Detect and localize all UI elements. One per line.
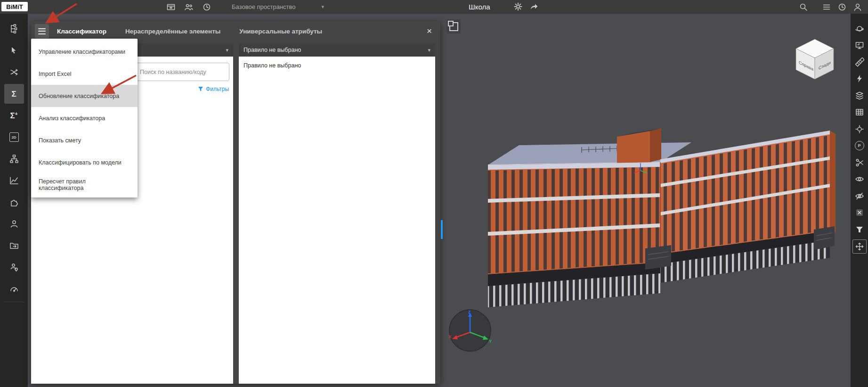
- frame-inner: [448, 21, 454, 26]
- dashboard-icon[interactable]: [4, 279, 24, 299]
- plugins-icon[interactable]: [4, 192, 24, 212]
- grid-icon[interactable]: [853, 106, 866, 119]
- axis-z-label: Z: [468, 310, 471, 314]
- close-icon[interactable]: ×: [427, 25, 432, 37]
- move-icon[interactable]: [852, 239, 867, 254]
- tab-unassigned-elements[interactable]: Нераспределённые элементы: [125, 28, 220, 35]
- search-icon[interactable]: [798, 2, 808, 12]
- drawings-2d-icon[interactable]: 2D: [4, 127, 24, 147]
- classifier-icon[interactable]: Σ: [4, 84, 24, 104]
- chevron-down-icon: ▾: [428, 47, 430, 53]
- archive-icon[interactable]: [166, 2, 176, 12]
- workspace-value: Базовое пространство: [232, 3, 296, 10]
- history-clock-icon[interactable]: [837, 2, 847, 12]
- panel-tabs: Классификатор Нераспределённые элементы …: [57, 21, 322, 41]
- rule-column: Правило не выбрано ▾ Правило не выбрано: [239, 43, 435, 384]
- plan-icon[interactable]: P: [853, 139, 866, 152]
- top-bar: BiMiT Базовое пространство ▾ Школа: [0, 0, 868, 14]
- navigation-gizmo[interactable]: Z X Y: [447, 308, 493, 353]
- left-toolbar: Σ Σ+ 2D: [0, 14, 28, 387]
- classifier-actions-menu: Управление классификаторами Import Excel…: [31, 39, 138, 198]
- gear-icon[interactable]: [513, 2, 523, 13]
- orbit-icon[interactable]: [853, 22, 866, 35]
- rule-selector[interactable]: Правило не выбрано ▾: [239, 43, 435, 57]
- workspace-selector[interactable]: Базовое пространство ▾: [232, 0, 324, 14]
- chevron-down-icon: ▾: [226, 47, 228, 53]
- chevron-down-icon: ▾: [322, 4, 324, 10]
- time-sync-icon[interactable]: [202, 2, 211, 12]
- frame-selection-icon[interactable]: [446, 19, 461, 33]
- axis-y-label: Y: [489, 339, 492, 344]
- frame-outer: [449, 22, 458, 31]
- tab-classifier[interactable]: Классификатор: [57, 28, 106, 35]
- fit-view-icon[interactable]: [853, 39, 866, 52]
- relations-icon[interactable]: [4, 62, 24, 82]
- project-title: Школа: [469, 0, 490, 14]
- menu-item-show-estimate[interactable]: Показать смету: [31, 129, 138, 151]
- toolbar-separator: [4, 302, 24, 302]
- filter-icon: [198, 86, 203, 92]
- building-model[interactable]: [485, 124, 838, 314]
- panel-menu-button[interactable]: [35, 24, 49, 38]
- search-input[interactable]: [134, 63, 229, 81]
- rule-empty-text: Правило не выбрано: [243, 62, 301, 69]
- right-toolbar: P: [851, 14, 868, 387]
- filters-label: Фильтры: [206, 86, 229, 92]
- filter-elements-icon[interactable]: [853, 223, 866, 236]
- measure-icon[interactable]: [853, 56, 866, 69]
- team-icon[interactable]: [184, 2, 194, 12]
- focus-icon[interactable]: [853, 123, 866, 136]
- user-icon[interactable]: [852, 2, 862, 12]
- layers-icon[interactable]: [853, 89, 866, 102]
- axis-x-label: X: [448, 334, 451, 339]
- filters-link[interactable]: Фильтры: [198, 86, 229, 92]
- show-icon[interactable]: [853, 173, 866, 186]
- analytics-icon[interactable]: [4, 171, 24, 190]
- menu-item-update-classifier[interactable]: Обновление классификатора: [31, 85, 138, 107]
- panel-header: Классификатор Нераспределённые элементы …: [31, 21, 440, 41]
- users-icon[interactable]: [4, 214, 24, 234]
- cut-icon[interactable]: [853, 156, 866, 169]
- menu-item-classify-by-model[interactable]: Классифицировать по модели: [31, 151, 138, 173]
- model-tree-icon[interactable]: [4, 19, 24, 39]
- app-logo[interactable]: BiMiT: [1, 2, 28, 11]
- user-location-icon[interactable]: [4, 257, 24, 277]
- menu-item-recalc-rules[interactable]: Пересчет правил классификатора: [31, 173, 138, 196]
- list-icon[interactable]: [821, 2, 831, 12]
- model-export-icon[interactable]: [4, 236, 24, 255]
- panel-scrollbar[interactable]: [441, 220, 443, 239]
- view-cube[interactable]: Справа Сзади: [790, 34, 840, 82]
- share-icon[interactable]: [529, 2, 539, 13]
- section-icon[interactable]: [853, 72, 866, 85]
- tab-universal-attributes[interactable]: Универсальные атрибуты: [239, 28, 322, 35]
- menu-item-import-excel[interactable]: Import Excel: [31, 63, 138, 85]
- structure-icon[interactable]: [4, 149, 24, 169]
- rule-selector-value: Правило не выбрано: [243, 47, 301, 53]
- delete-selection-icon[interactable]: [853, 206, 866, 219]
- estimates-icon[interactable]: Σ+: [4, 106, 24, 125]
- menu-item-manage-classifiers[interactable]: Управление классификаторами: [31, 41, 138, 63]
- rule-detail-area: Правило не выбрано: [239, 57, 435, 384]
- select-icon[interactable]: [4, 41, 24, 60]
- menu-item-analyze-classifier[interactable]: Анализ классификатора: [31, 107, 138, 129]
- hide-icon[interactable]: [853, 189, 866, 203]
